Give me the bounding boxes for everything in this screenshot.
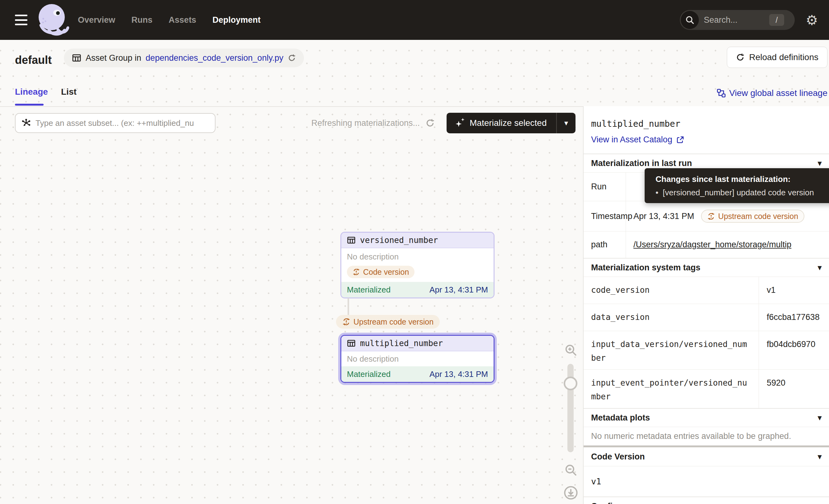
section-title: Metadata plots (591, 413, 650, 423)
upstream-code-version-badge[interactable]: Upstream code version (701, 210, 804, 223)
nav-overview[interactable]: Overview (78, 15, 115, 25)
asset-group-file-link[interactable]: dependencies_code_version_only.py (146, 53, 283, 63)
timestamp-row: Timestamp Apr 13, 4:31 PM Upstream code … (584, 201, 829, 231)
nav-items: Overview Runs Assets Deployment (78, 15, 261, 25)
section-metadata-plots[interactable]: Metadata plots ▾ (584, 408, 829, 427)
refresh-icon[interactable] (288, 54, 296, 62)
collapse-caret-icon[interactable]: ▾ (818, 452, 822, 461)
changes-tooltip: Changes since last materialization: • [v… (645, 168, 829, 203)
code-version-changed-icon (707, 212, 715, 220)
settings-gear-icon[interactable]: ⚙ (795, 12, 829, 28)
tab-list[interactable]: List (61, 87, 77, 97)
run-value (626, 173, 634, 201)
section-title: Config (591, 502, 618, 504)
external-link-icon (676, 136, 684, 144)
asset-sidebar: multiplied_number View in Asset Catalog … (583, 106, 829, 504)
view-global-asset-lineage-link[interactable]: View global asset lineage (717, 88, 827, 98)
tabs-row: Lineage List View global asset lineage (0, 81, 829, 106)
path-row: path /Users/sryza/dagster_home/storage/m… (584, 231, 829, 258)
refreshing-status: Refreshing materializations... (293, 114, 435, 132)
view-in-asset-catalog-link[interactable]: View in Asset Catalog (591, 135, 684, 145)
tag-key: data_version (584, 304, 759, 331)
top-nav: Overview Runs Assets Deployment / ⚙ (0, 0, 829, 40)
asset-group-label: Asset Group in (86, 53, 141, 63)
tab-lineage[interactable]: Lineage (15, 87, 48, 97)
nav-assets[interactable]: Assets (169, 15, 196, 25)
nav-deployment[interactable]: Deployment (212, 15, 261, 25)
zoom-slider-thumb[interactable] (564, 376, 577, 390)
node-header: versioned_number (341, 233, 494, 248)
collapse-caret-icon[interactable]: ▾ (818, 413, 822, 422)
code-version-tag[interactable]: Code version (347, 266, 414, 278)
materialized-time: Apr 13, 4:31 PM (429, 369, 488, 379)
tag-value: v1 (759, 277, 776, 304)
asset-group-breadcrumb[interactable]: Asset Group in dependencies_code_version… (64, 48, 304, 67)
global-lineage-label: View global asset lineage (729, 88, 827, 98)
asset-subset-input[interactable] (36, 118, 209, 128)
section-materialization-system-tags[interactable]: Materialization system tags ▾ (584, 258, 829, 277)
menu-icon[interactable] (15, 15, 27, 25)
search-input[interactable] (704, 15, 763, 25)
sidebar-asset-title: multiplied_number (591, 119, 680, 129)
global-lineage-icon (717, 89, 726, 98)
node-tag-row: Code version (341, 265, 494, 282)
catalog-link-label: View in Asset Catalog (591, 135, 672, 145)
asset-name: versioned_number (360, 236, 438, 245)
code-version-changed-icon (342, 318, 350, 326)
refresh-materializations-icon[interactable] (425, 118, 435, 128)
zoom-out-button[interactable] (564, 464, 577, 477)
node-status-bar: Materialized Apr 13, 4:31 PM (341, 366, 494, 382)
reload-definitions-button[interactable]: Reload definitions (727, 47, 827, 68)
sparkle-icon (455, 117, 465, 129)
tag-row-input-event-pointer: input_event_pointer/versioned_number 592… (584, 369, 829, 408)
asset-description: No description (341, 351, 494, 366)
collapse-caret-icon[interactable]: ▾ (818, 159, 822, 168)
dagster-logo-icon[interactable] (34, 2, 69, 37)
materialized-status: Materialized (347, 285, 391, 295)
tag-value: 5920 (759, 370, 785, 408)
code-version-changed-icon (353, 268, 360, 276)
section-title: Code Version (591, 452, 645, 462)
tag-key: code_version (584, 277, 759, 304)
materialize-selected-button[interactable]: Materialize selected ▾ (446, 113, 576, 133)
node-header: multiplied_number (341, 336, 494, 351)
tag-key: input_data_version/versioned_number (584, 331, 759, 369)
zoom-in-button[interactable] (564, 344, 577, 357)
asset-subset-filter[interactable] (15, 113, 216, 133)
path-label: path (584, 231, 626, 258)
download-image-button[interactable] (564, 485, 578, 500)
node-status-bar: Materialized Apr 13, 4:31 PM (341, 282, 494, 297)
asset-table-icon (347, 339, 356, 348)
reload-icon (736, 53, 745, 62)
tag-row-code-version: code_version v1 (584, 277, 829, 304)
collapse-caret-icon[interactable]: ▾ (818, 263, 822, 272)
tab-active-underline (15, 104, 44, 106)
search-shortcut-key: / (769, 14, 784, 26)
asset-table-icon (347, 236, 356, 245)
lineage-canvas[interactable]: Refreshing materializations... Materiali… (0, 106, 583, 504)
materialize-dropdown-caret[interactable]: ▾ (557, 119, 576, 128)
tag-value: f6ccba177638 (759, 304, 820, 331)
tag-value: fb04dcb6970 (759, 331, 815, 369)
tag-key: input_event_pointer/versioned_number (584, 370, 759, 408)
section-config[interactable]: Config (584, 497, 829, 504)
asset-name: multiplied_number (360, 338, 443, 348)
path-link[interactable]: /Users/sryza/dagster_home/storage/multip (634, 240, 791, 250)
asset-node-versioned-number[interactable]: versioned_number No description Code ver… (340, 232, 495, 298)
page-header: default Asset Group in dependencies_code… (0, 40, 829, 81)
section-title: Materialization in last run (591, 158, 692, 168)
materialize-selected-label: Materialize selected (470, 118, 546, 128)
search-box[interactable]: / (680, 10, 795, 30)
timestamp-label: Timestamp (584, 201, 626, 231)
bullet-glyph: • (655, 188, 658, 197)
asset-node-multiplied-number[interactable]: multiplied_number No description Materia… (340, 335, 495, 383)
materialized-time: Apr 13, 4:31 PM (429, 285, 488, 295)
materialized-status: Materialized (347, 369, 391, 379)
section-code-version[interactable]: Code Version ▾ (584, 447, 829, 466)
nav-runs[interactable]: Runs (132, 15, 153, 25)
sidebar-header: multiplied_number View in Asset Catalog (584, 106, 829, 153)
upstream-code-version-tag[interactable]: Upstream code version (336, 315, 440, 329)
search-icon (681, 11, 699, 29)
tooltip-item: [versioned_number] updated code version (663, 188, 814, 197)
upstream-code-version-label: Upstream code version (354, 317, 433, 326)
